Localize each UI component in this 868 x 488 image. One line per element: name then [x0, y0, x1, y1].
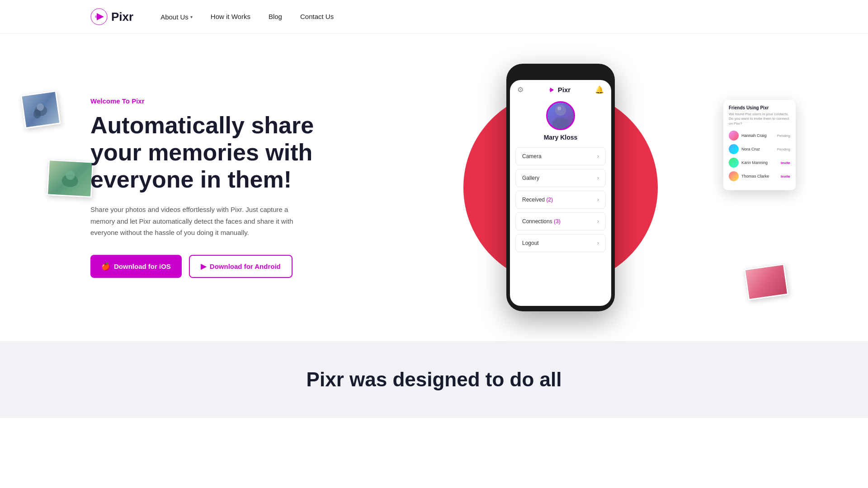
download-android-button[interactable]: ▶ Download for Android — [189, 255, 292, 278]
avatar-image — [549, 102, 572, 129]
phone-avatar-section: Mary Kloss — [510, 97, 611, 147]
friends-popup-subtitle: We found Pixr users in your contacts. Do… — [729, 112, 790, 126]
photo-1-inner — [22, 92, 60, 127]
svg-point-12 — [557, 107, 561, 110]
bottom-float-photo — [744, 263, 789, 300]
nav-item-contact[interactable]: Contact Us — [300, 13, 334, 21]
chevron-down-icon: ▾ — [190, 14, 193, 19]
photo-2-inner — [48, 161, 92, 197]
svg-point-2 — [95, 15, 98, 18]
avatar — [546, 101, 575, 130]
menu-item-gallery[interactable]: Gallery › — [515, 169, 606, 187]
nav-contact-link[interactable]: Contact Us — [300, 13, 334, 20]
phone-screen: ⚙ Pixr 🔔 — [510, 80, 611, 306]
welcome-label: Welcome To Pixr — [90, 97, 344, 105]
phone-logo-icon — [548, 86, 556, 94]
menu-item-connections[interactable]: Connections (3) › — [515, 212, 606, 230]
friend-row-3: Karin Manning Invite — [729, 158, 790, 168]
nav-links: About Us ▾ How it Works Blog Contact Us — [160, 13, 334, 21]
hero-right: ⚙ Pixr 🔔 — [344, 64, 778, 311]
friend-row-2: Nora Cruz Pending — [729, 144, 790, 154]
nav-item-about[interactable]: About Us ▾ — [160, 13, 193, 21]
bottom-section: Pixr was designed to do all — [0, 341, 868, 418]
svg-point-9 — [549, 89, 551, 91]
friend-avatar-4 — [729, 171, 739, 181]
photo-3-inner — [745, 265, 787, 299]
friend-row-1: Hannah Craig Pending — [729, 131, 790, 141]
phone-brand-name: Pixr — [558, 86, 571, 94]
friend-avatar-1 — [729, 131, 739, 141]
phone-logo: Pixr — [548, 86, 571, 94]
menu-item-camera[interactable]: Camera › — [515, 147, 606, 165]
brand-name: Pixr — [111, 10, 133, 24]
nav-item-blog[interactable]: Blog — [269, 13, 282, 21]
phone-mockup: ⚙ Pixr 🔔 — [506, 64, 615, 311]
phone-notch — [540, 69, 581, 77]
nav-item-how[interactable]: How it Works — [211, 13, 250, 21]
gear-icon: ⚙ — [517, 85, 524, 94]
friend-avatar-3 — [729, 158, 739, 168]
chevron-right-icon: › — [597, 218, 599, 225]
logo[interactable]: Pixr — [90, 8, 133, 25]
friend-row-4: Thomas Clarke Invite — [729, 171, 790, 181]
friend-avatar-2 — [729, 144, 739, 154]
svg-point-11 — [552, 117, 569, 129]
menu-item-received[interactable]: Received (2) › — [515, 191, 606, 209]
nav-blog-link[interactable]: Blog — [269, 13, 282, 20]
chevron-right-icon: › — [597, 153, 599, 160]
navbar: Pixr About Us ▾ How it Works Blog Contac… — [0, 0, 868, 34]
float-photo-2 — [47, 159, 94, 197]
menu-item-logout[interactable]: Logout › — [515, 234, 606, 252]
hero-buttons: 🍎 Download for iOS ▶ Download for Androi… — [90, 255, 344, 278]
apple-icon: 🍎 — [101, 262, 110, 271]
android-icon: ▶ — [201, 262, 206, 271]
hero-section: Welcome To Pixr Automatically share your… — [0, 34, 868, 341]
nav-how-link[interactable]: How it Works — [211, 13, 250, 20]
chevron-right-icon: › — [597, 197, 599, 203]
friends-popup: Friends Using Pixr We found Pixr users i… — [723, 100, 796, 190]
chevron-right-icon: › — [597, 240, 599, 246]
hero-title: Automatically share your memories with e… — [90, 112, 344, 193]
download-ios-button[interactable]: 🍎 Download for iOS — [90, 255, 182, 278]
chevron-right-icon: › — [597, 175, 599, 181]
hero-left: Welcome To Pixr Automatically share your… — [90, 97, 344, 278]
svg-point-10 — [555, 105, 566, 116]
float-photo-1 — [20, 90, 61, 129]
phone-menu: Camera › Gallery › Received (2) › Connec… — [510, 147, 611, 252]
hero-description: Share your photos and videos effortlessl… — [90, 204, 307, 239]
phone-header: ⚙ Pixr 🔔 — [510, 80, 611, 97]
bottom-title: Pixr was designed to do all — [90, 368, 778, 391]
phone-username: Mary Kloss — [544, 134, 578, 141]
logo-icon — [90, 8, 108, 25]
friends-popup-title: Friends Using Pixr — [729, 105, 790, 110]
bell-icon: 🔔 — [595, 85, 604, 94]
nav-about-link[interactable]: About Us ▾ — [160, 13, 193, 21]
